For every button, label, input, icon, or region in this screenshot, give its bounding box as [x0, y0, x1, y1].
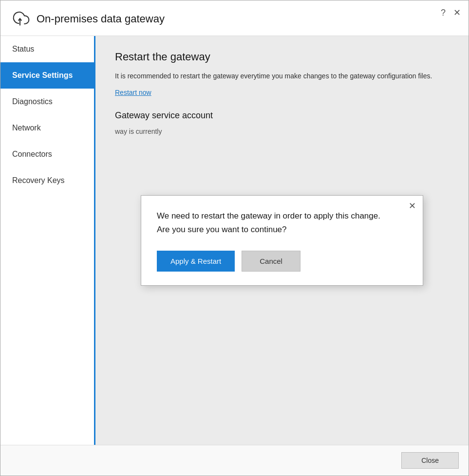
sidebar-item-status[interactable]: Status: [0, 36, 94, 62]
window-close-button[interactable]: ✕: [453, 8, 461, 17]
help-button[interactable]: ?: [441, 8, 446, 17]
sidebar-item-connectors[interactable]: Connectors: [0, 141, 94, 167]
confirm-dialog: ✕ We need to restart the gateway in orde…: [141, 195, 423, 285]
sidebar-item-recovery-keys[interactable]: Recovery Keys: [0, 167, 94, 194]
main-layout: Status Service Settings Diagnostics Netw…: [0, 36, 469, 445]
window-controls: ? ✕: [441, 8, 461, 17]
close-button[interactable]: Close: [401, 452, 459, 469]
main-window: On-premises data gateway ? ✕ Status Serv…: [0, 0, 469, 476]
sidebar-item-network[interactable]: Network: [0, 115, 94, 141]
dialog-buttons: Apply & Restart Cancel: [157, 251, 407, 272]
sidebar-item-diagnostics[interactable]: Diagnostics: [0, 89, 94, 115]
sidebar: Status Service Settings Diagnostics Netw…: [0, 36, 95, 445]
apply-restart-button[interactable]: Apply & Restart: [157, 251, 235, 272]
cancel-button[interactable]: Cancel: [242, 251, 300, 272]
modal-overlay: ✕ We need to restart the gateway in orde…: [95, 36, 469, 445]
footer: Close: [0, 445, 469, 476]
content-area: Restart the gateway It is recommended to…: [95, 36, 469, 445]
cloud-upload-icon: [10, 9, 30, 29]
dialog-message: We need to restart the gateway in order …: [157, 209, 391, 236]
sidebar-item-service-settings[interactable]: Service Settings: [0, 62, 94, 89]
dialog-close-button[interactable]: ✕: [409, 201, 416, 211]
app-title: On-premises data gateway: [37, 13, 165, 25]
title-bar: On-premises data gateway ? ✕: [0, 0, 469, 36]
